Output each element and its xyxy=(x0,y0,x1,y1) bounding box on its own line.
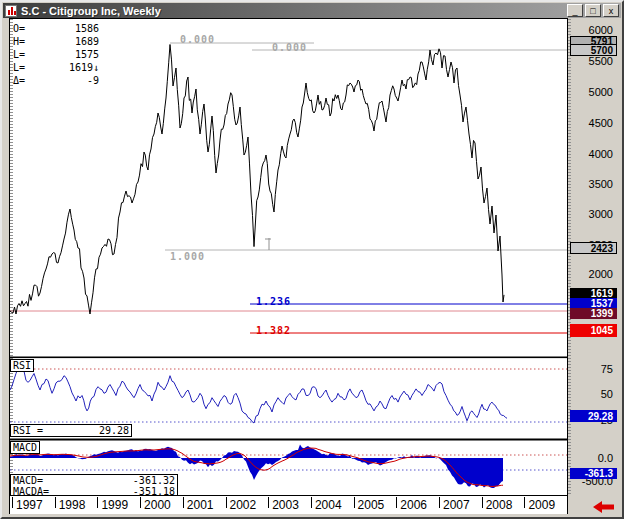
axis-tick-label: 5000 xyxy=(589,86,613,98)
axis-tick-label: 4500 xyxy=(589,117,613,129)
year-tick xyxy=(140,497,141,508)
macd-pane-label-text: MACD xyxy=(13,442,37,453)
pane-separator xyxy=(10,357,567,359)
app-icon xyxy=(5,5,17,17)
axis-value-box: -361.3 xyxy=(570,468,617,479)
rsi-pane-label-text: RSI xyxy=(13,360,31,371)
pane-separator xyxy=(10,439,567,441)
year-tick xyxy=(354,497,355,508)
fib-level-label: 0.000 xyxy=(272,43,307,53)
maximize-button[interactable]: □ xyxy=(585,4,601,17)
axis-tick-label: 3000 xyxy=(589,208,613,220)
right-ruler xyxy=(568,19,571,494)
window-controls: _ □ x xyxy=(567,4,619,17)
axis-tick-label: 2000 xyxy=(589,268,613,280)
quote-row: L= 1575 xyxy=(13,48,99,61)
minimize-button[interactable]: _ xyxy=(567,4,583,17)
quote-label: H= xyxy=(13,35,35,48)
year-tick xyxy=(482,497,483,508)
quote-row: Δ= -9 xyxy=(13,74,99,87)
quote-value: 1689 xyxy=(35,35,99,48)
year-label: 1998 xyxy=(59,498,86,512)
quote-value: 1619↓ xyxy=(35,61,99,74)
year-label: 2006 xyxy=(400,498,427,512)
time-axis: 1997199819992000200120022003200420052006… xyxy=(10,495,567,514)
axis-value-box: 2423 xyxy=(570,242,617,254)
quote-row: H= 1689 xyxy=(13,35,99,48)
fib-level-label: 0.000 xyxy=(180,35,215,45)
quote-row: O= 1586 xyxy=(13,22,99,35)
titlebar[interactable]: S.C - Citigroup Inc, Weekly _ □ x xyxy=(3,3,621,18)
close-button[interactable]: x xyxy=(603,4,619,17)
quote-value: 1586 xyxy=(35,22,99,35)
rsi-readout: RSI = 29.28 xyxy=(10,424,132,437)
axis-tick-label: 6000 xyxy=(589,24,613,36)
app-window: S.C - Citigroup Inc, Weekly _ □ x O= 158… xyxy=(0,0,624,519)
axis-value-box: 1399 xyxy=(570,308,617,319)
window-title: S.C - Citigroup Inc, Weekly xyxy=(21,5,161,17)
axis-value-box: 1045 xyxy=(570,324,617,337)
rsi-readout-label: RSI = xyxy=(13,425,65,436)
year-tick xyxy=(226,497,227,508)
axis-tick-label: 4000 xyxy=(589,148,613,160)
fib-level-label: 1.000 xyxy=(170,252,205,262)
year-label: 1997 xyxy=(16,498,43,512)
quote-label: O= xyxy=(13,22,35,35)
quote-row: L= 1619↓ xyxy=(13,61,99,74)
axis-tick-label: 3500 xyxy=(589,178,613,190)
quote-value: -9 xyxy=(35,74,99,87)
year-tick xyxy=(183,497,184,508)
year-label: 2004 xyxy=(315,498,342,512)
year-label: 2005 xyxy=(358,498,385,512)
fib-level-label: 1.236 xyxy=(256,297,291,307)
macd-pane-label: MACD xyxy=(10,441,40,454)
axis-value-box: 5700 xyxy=(570,44,617,56)
macd-readout-label: MACD= xyxy=(13,475,65,486)
axis-tick-label: 5500 xyxy=(589,55,613,67)
rsi-pane-label: RSI xyxy=(10,359,34,372)
quote-label: L= xyxy=(13,61,35,74)
quote-label: L= xyxy=(13,48,35,61)
year-tick xyxy=(12,497,13,508)
axis-tick-label: 75 xyxy=(601,363,613,375)
year-label: 2002 xyxy=(230,498,257,512)
year-tick xyxy=(268,497,269,508)
year-label: 2007 xyxy=(443,498,470,512)
fib-level-label: 1.382 xyxy=(256,326,291,336)
year-tick xyxy=(439,497,440,508)
year-tick xyxy=(311,497,312,508)
year-label: 2009 xyxy=(528,498,555,512)
price-chart-canvas[interactable] xyxy=(10,19,567,494)
year-tick xyxy=(524,497,525,508)
year-label: 2000 xyxy=(144,498,171,512)
scroll-left-arrow-icon[interactable] xyxy=(593,501,615,513)
axis-value-box: 29.28 xyxy=(570,410,617,422)
rsi-readout-value: 29.28 xyxy=(65,425,129,436)
rsi-line xyxy=(10,364,507,423)
quote-value: 1575 xyxy=(35,48,99,61)
year-tick xyxy=(55,497,56,508)
price-axis-gutter: 6000550050004500400035003000250020007550… xyxy=(568,19,624,514)
axis-tick-label: 50 xyxy=(601,388,613,400)
quote-label: Δ= xyxy=(13,74,35,87)
year-label: 2001 xyxy=(187,498,214,512)
quote-panel: O= 1586H= 1689L= 1575L= 1619↓Δ= -9 xyxy=(13,22,99,87)
year-label: 1999 xyxy=(101,498,128,512)
year-tick xyxy=(97,497,98,508)
year-label: 2003 xyxy=(272,498,299,512)
year-tick xyxy=(396,497,397,508)
macd-readout-value: -361.32 xyxy=(65,475,175,486)
chart-frame: O= 1586H= 1689L= 1575L= 1619↓Δ= -9 0.000… xyxy=(9,18,568,514)
year-label: 2008 xyxy=(486,498,513,512)
axis-tick-label: 0.0 xyxy=(598,452,613,464)
